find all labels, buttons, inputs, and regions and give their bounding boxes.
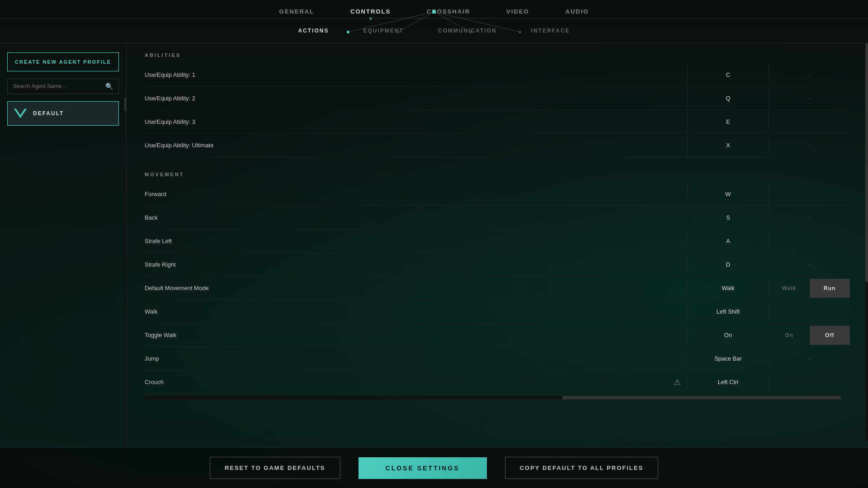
svg-marker-9 xyxy=(14,109,27,118)
table-row: Walk Left Shift - xyxy=(145,300,850,324)
svg-point-5 xyxy=(347,31,349,33)
table-row: Forward W - xyxy=(145,183,850,206)
main-layout: CREATE NEW AGENT PROFILE 🔍 DEFAULT xyxy=(0,43,868,477)
table-row: Strafe Right D - xyxy=(145,253,850,277)
profile-logo xyxy=(13,106,28,121)
profile-item-default[interactable]: DEFAULT xyxy=(7,101,119,126)
row-key-movement-mode[interactable]: Walk xyxy=(687,278,769,298)
subnav-communication[interactable]: COMMUNICATION xyxy=(434,26,500,36)
table-row: Use/Equip Ability: Ultimate X - xyxy=(145,134,850,157)
table-row: Use/Equip Ability: 1 C - xyxy=(145,63,850,87)
copy-defaults-button[interactable]: COPY DEFAULT TO ALL PROFILES xyxy=(505,457,658,479)
row-key-forward[interactable]: W xyxy=(687,184,769,204)
row-label-strafe-right: Strafe Right xyxy=(145,261,687,268)
row-key-ability2[interactable]: Q xyxy=(687,89,769,108)
reset-defaults-button[interactable]: RESET TO GAME DEFAULTS xyxy=(210,457,340,479)
top-navigation: GENERAL CONTROLS CROSSHAIR VIDEO AUDIO xyxy=(0,0,868,19)
movement-mode-toggle: Walk Run xyxy=(769,279,850,298)
row-key-back[interactable]: S xyxy=(687,208,769,227)
row-alt-forward[interactable]: - xyxy=(769,184,850,204)
row-label-jump: Jump xyxy=(145,355,687,362)
row-alt-ability3[interactable]: - xyxy=(769,112,850,131)
row-key-walk[interactable]: Left Shift xyxy=(687,302,769,321)
toggle-walk-toggle: On Off xyxy=(769,326,850,345)
movement-section-header: MOVEMENT xyxy=(145,163,850,183)
row-label-ability2: Use/Equip Ability: 2 xyxy=(145,95,687,102)
row-key-ability3[interactable]: E xyxy=(687,112,769,131)
table-row: Use/Equip Ability: 3 E - xyxy=(145,110,850,134)
row-label-toggle-walk: Toggle Walk xyxy=(145,332,687,338)
sidebar: CREATE NEW AGENT PROFILE 🔍 DEFAULT xyxy=(0,43,127,477)
row-key-strafe-left[interactable]: A xyxy=(687,231,769,251)
row-alt-jump[interactable]: - xyxy=(769,349,850,368)
row-alt-ultimate[interactable]: - xyxy=(769,136,850,155)
subnav-interface[interactable]: INTERFACE xyxy=(528,26,574,36)
profile-name-default: DEFAULT xyxy=(33,110,64,117)
search-input[interactable] xyxy=(13,83,105,89)
create-profile-button[interactable]: CREATE NEW AGENT PROFILE xyxy=(7,52,119,71)
toggle-on[interactable]: On xyxy=(769,326,810,345)
table-row: Back S - xyxy=(145,206,850,230)
svg-point-8 xyxy=(519,31,521,33)
row-alt-walk[interactable]: - xyxy=(769,302,850,321)
toggle-run[interactable]: Run xyxy=(810,279,850,298)
nav-crosshair[interactable]: CROSSHAIR xyxy=(427,8,470,19)
subnav-actions[interactable]: ACTIONS xyxy=(294,26,332,36)
row-key-ultimate[interactable]: X xyxy=(687,136,769,155)
nav-controls[interactable]: CONTROLS xyxy=(350,8,391,19)
row-label-strafe-left: Strafe Left xyxy=(145,238,687,244)
row-key-crouch[interactable]: Left Ctrl xyxy=(687,372,769,392)
bottom-bar: RESET TO GAME DEFAULTS CLOSE SETTINGS CO… xyxy=(0,447,868,488)
row-alt-back[interactable]: - xyxy=(769,208,850,227)
row-label-ability1: Use/Equip Ability: 1 xyxy=(145,71,687,78)
table-row: Toggle Walk On On Off xyxy=(145,324,850,347)
table-row: Strafe Left A - xyxy=(145,230,850,253)
search-container: 🔍 xyxy=(7,79,119,94)
row-alt-strafe-left[interactable]: - xyxy=(769,231,850,251)
table-row: Use/Equip Ability: 2 Q - xyxy=(145,87,850,110)
nav-audio[interactable]: AUDIO xyxy=(566,8,589,19)
circle-x-icon: ⚠ xyxy=(674,377,687,387)
sidebar-scrollbar-thumb xyxy=(124,98,126,111)
row-label-walk: Walk xyxy=(145,308,687,315)
row-key-ability1[interactable]: C xyxy=(687,65,769,84)
horizontal-scrollbar-track xyxy=(145,396,841,399)
toggle-walk[interactable]: Walk xyxy=(769,279,810,298)
row-key-strafe-right[interactable]: D xyxy=(687,255,769,274)
row-key-jump[interactable]: Space Bar xyxy=(687,349,769,368)
row-label-ultimate: Use/Equip Ability: Ultimate xyxy=(145,142,687,149)
horizontal-scrollbar-thumb xyxy=(562,396,841,399)
sub-navigation: ACTIONS EQUIPMENT COMMUNICATION INTERFAC… xyxy=(0,19,868,43)
row-label-movement-mode: Default Movement Mode xyxy=(145,285,687,291)
row-label-crouch: Crouch xyxy=(145,379,674,385)
row-label-forward: Forward xyxy=(145,191,687,197)
table-row: Crouch ⚠ Left Ctrl - xyxy=(145,371,850,394)
scrollbar-thumb xyxy=(865,43,868,282)
row-label-ability3: Use/Equip Ability: 3 xyxy=(145,118,687,125)
subnav-equipment[interactable]: EQUIPMENT xyxy=(359,26,407,36)
sidebar-scrollbar-track xyxy=(124,43,126,477)
table-row: Default Movement Mode Walk Walk Run xyxy=(145,277,850,300)
toggle-off[interactable]: Off xyxy=(810,326,850,345)
row-alt-ability2[interactable]: - xyxy=(769,89,850,108)
scrollbar-track xyxy=(865,43,868,441)
row-alt-strafe-right[interactable]: - xyxy=(769,255,850,274)
close-settings-button[interactable]: CLOSE SETTINGS xyxy=(359,457,487,479)
row-label-back: Back xyxy=(145,214,687,221)
search-icon: 🔍 xyxy=(105,83,113,90)
nav-general[interactable]: GENERAL xyxy=(279,8,315,19)
table-row: Jump Space Bar - xyxy=(145,347,850,371)
settings-content: ABILITIES Use/Equip Ability: 1 C - Use/E… xyxy=(127,43,868,477)
row-alt-ability1[interactable]: - xyxy=(769,65,850,84)
nav-video[interactable]: VIDEO xyxy=(506,8,529,19)
abilities-section-header: ABILITIES xyxy=(145,43,850,63)
row-alt-crouch[interactable]: - xyxy=(769,372,850,392)
row-key-toggle-walk[interactable]: On xyxy=(687,325,769,345)
